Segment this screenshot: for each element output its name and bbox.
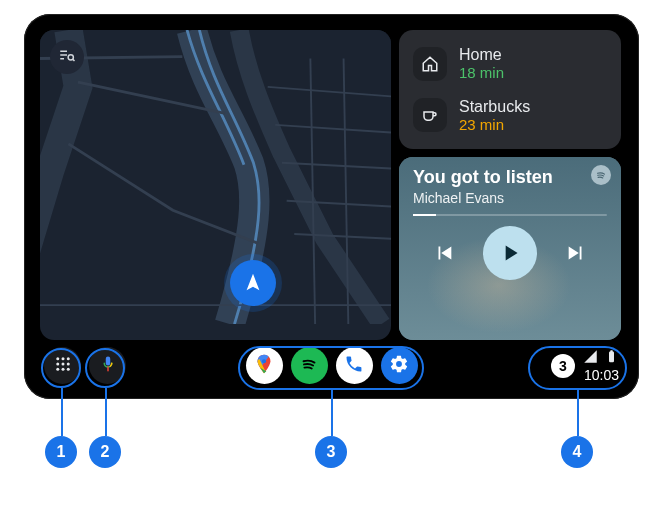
clock: 10:03 <box>584 367 619 383</box>
media-card[interactable]: You got to listen Michael Evans <box>399 157 621 340</box>
svg-rect-27 <box>609 351 614 362</box>
svg-point-19 <box>61 362 64 365</box>
map-background <box>40 30 391 324</box>
map-pane[interactable] <box>40 30 391 340</box>
app-launcher-button[interactable] <box>44 347 81 384</box>
destination-home[interactable]: Home 18 min <box>411 38 609 90</box>
battery-icon <box>604 349 619 367</box>
destination-starbucks[interactable]: Starbucks 23 min <box>411 90 609 142</box>
svg-point-20 <box>66 362 69 365</box>
svg-point-17 <box>66 357 69 360</box>
svg-rect-28 <box>610 350 613 352</box>
search-list-icon <box>58 46 76 68</box>
media-progress[interactable] <box>413 214 607 216</box>
app-spotify[interactable] <box>291 347 328 384</box>
svg-point-16 <box>61 357 64 360</box>
gear-icon <box>389 354 409 378</box>
mic-icon <box>99 355 117 377</box>
callout-4: 4 <box>561 436 593 468</box>
callout-line <box>105 388 107 436</box>
callout-line <box>331 390 333 436</box>
app-maps[interactable] <box>246 347 283 384</box>
grid-icon <box>54 355 72 377</box>
spotify-icon <box>298 353 320 379</box>
play-button[interactable] <box>483 226 537 280</box>
navigation-bar: 3 10:03 <box>34 342 629 389</box>
destination-label: Starbucks <box>459 98 530 116</box>
destination-eta: 18 min <box>459 64 504 81</box>
home-icon <box>413 47 447 81</box>
media-artist: Michael Evans <box>413 190 607 206</box>
side-pane: Home 18 min Starbucks 23 min <box>399 30 621 340</box>
svg-point-26 <box>262 359 266 363</box>
voice-assistant-button[interactable] <box>89 347 126 384</box>
notification-count[interactable]: 3 <box>551 354 575 378</box>
phone-icon <box>344 354 364 378</box>
media-title: You got to listen <box>413 167 607 188</box>
app-phone[interactable] <box>336 347 373 384</box>
current-location-marker <box>230 260 276 306</box>
coffee-icon <box>413 98 447 132</box>
map-search-button[interactable] <box>50 40 84 74</box>
callout-line <box>61 388 63 436</box>
maps-icon <box>253 353 275 379</box>
signal-icon <box>583 349 598 367</box>
svg-point-12 <box>68 55 73 60</box>
destination-eta: 23 min <box>459 116 530 133</box>
device-frame: Home 18 min Starbucks 23 min <box>24 14 639 399</box>
svg-point-21 <box>56 367 59 370</box>
app-settings[interactable] <box>381 347 418 384</box>
svg-point-15 <box>56 357 59 360</box>
status-area: 10:03 <box>583 349 619 383</box>
next-track-button[interactable] <box>565 242 587 264</box>
previous-track-button[interactable] <box>433 242 455 264</box>
svg-point-18 <box>56 362 59 365</box>
destination-label: Home <box>459 46 504 64</box>
svg-point-23 <box>66 367 69 370</box>
svg-point-22 <box>61 367 64 370</box>
screen: Home 18 min Starbucks 23 min <box>34 24 629 389</box>
svg-line-13 <box>73 59 75 61</box>
callout-1: 1 <box>45 436 77 468</box>
callout-3: 3 <box>315 436 347 468</box>
callout-2: 2 <box>89 436 121 468</box>
callout-line <box>577 390 579 436</box>
destinations-card: Home 18 min Starbucks 23 min <box>399 30 621 149</box>
